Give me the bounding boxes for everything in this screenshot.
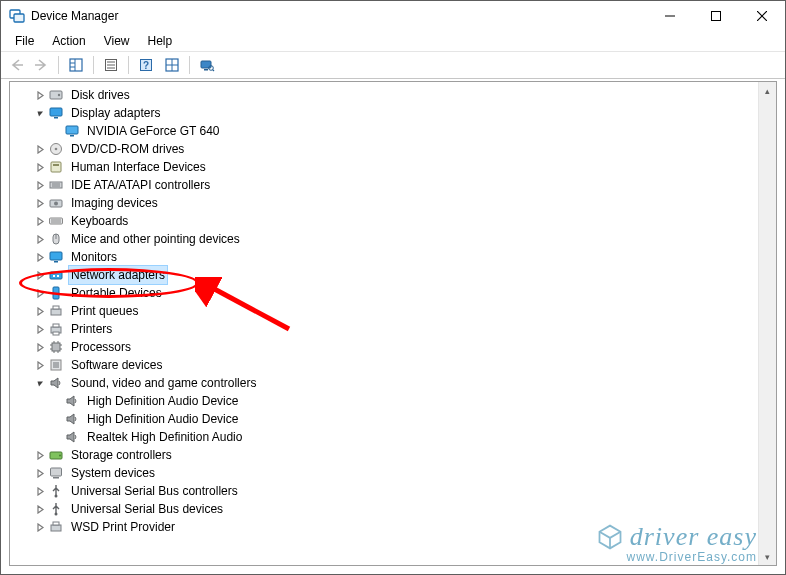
node-hda-1[interactable]: High Definition Audio Device (16, 392, 776, 410)
node-usb-controllers[interactable]: Universal Serial Bus controllers (16, 482, 776, 500)
tree-node-label: Keyboards (68, 211, 131, 231)
menu-view[interactable]: View (96, 32, 138, 50)
tree-expander-open[interactable] (32, 109, 48, 118)
tree-expander-closed[interactable] (32, 343, 48, 352)
svg-rect-3 (712, 12, 721, 21)
node-usb-devices[interactable]: Universal Serial Bus devices (16, 500, 776, 518)
tree-node-label: Mice and other pointing devices (68, 229, 243, 249)
node-wsd[interactable]: WSD Print Provider (16, 518, 776, 536)
storage-icon (48, 447, 64, 463)
tree-node-label: Storage controllers (68, 445, 175, 465)
network-icon (48, 267, 64, 283)
properties-button[interactable] (99, 53, 123, 77)
svg-line-22 (213, 70, 214, 71)
software-icon (48, 357, 64, 373)
svg-rect-45 (50, 272, 62, 279)
tree-expander-closed[interactable] (32, 235, 48, 244)
menu-file[interactable]: File (7, 32, 42, 50)
content-pane: Disk drivesDisplay adaptersNVIDIA GeForc… (9, 81, 777, 566)
tree-expander-open[interactable] (32, 379, 48, 388)
node-portable[interactable]: Portable Devices (16, 284, 776, 302)
tree-node-label: System devices (68, 463, 158, 483)
menu-help[interactable]: Help (140, 32, 181, 50)
nav-forward-button[interactable] (29, 53, 53, 77)
maximize-button[interactable] (693, 1, 739, 31)
show-hide-tree-button[interactable] (64, 53, 88, 77)
device-tree[interactable]: Disk drivesDisplay adaptersNVIDIA GeForc… (10, 82, 776, 565)
node-network-adapters[interactable]: Network adapters (16, 266, 776, 284)
node-nvidia-gt640[interactable]: NVIDIA GeForce GT 640 (16, 122, 776, 140)
sound-icon (48, 375, 64, 391)
ide-icon (48, 177, 64, 193)
help-button[interactable]: ? (134, 53, 158, 77)
printer-icon (48, 321, 64, 337)
scroll-up-button[interactable]: ▴ (759, 82, 776, 99)
tree-expander-closed[interactable] (32, 253, 48, 262)
toolbar: ? (1, 51, 785, 79)
node-realtek[interactable]: Realtek High Definition Audio (16, 428, 776, 446)
tree-expander-closed[interactable] (32, 289, 48, 298)
scan-hardware-button[interactable] (195, 53, 219, 77)
node-imaging[interactable]: Imaging devices (16, 194, 776, 212)
svg-point-66 (59, 455, 61, 457)
tree-node-label: DVD/CD-ROM drives (68, 139, 187, 159)
node-storage[interactable]: Storage controllers (16, 446, 776, 464)
svg-rect-46 (53, 275, 55, 277)
node-hda-2[interactable]: High Definition Audio Device (16, 410, 776, 428)
device-manager-window: Device Manager File Action View Help ? D… (0, 0, 786, 575)
node-printers[interactable]: Printers (16, 320, 776, 338)
close-button[interactable] (739, 1, 785, 31)
tree-node-label: Disk drives (68, 85, 133, 105)
svg-rect-20 (204, 69, 208, 71)
svg-rect-48 (53, 287, 59, 299)
svg-rect-44 (54, 261, 58, 263)
node-mice[interactable]: Mice and other pointing devices (16, 230, 776, 248)
sound-icon (64, 393, 80, 409)
tree-expander-closed[interactable] (32, 451, 48, 460)
tree-expander-closed[interactable] (32, 199, 48, 208)
tree-expander-closed[interactable] (32, 91, 48, 100)
node-keyboards[interactable]: Keyboards (16, 212, 776, 230)
node-software[interactable]: Software devices (16, 356, 776, 374)
tree-expander-closed[interactable] (32, 487, 48, 496)
svg-rect-27 (66, 126, 78, 134)
node-dvd[interactable]: DVD/CD-ROM drives (16, 140, 776, 158)
node-disk-drives[interactable]: Disk drives (16, 86, 776, 104)
node-print-queues[interactable]: Print queues (16, 302, 776, 320)
disk-icon (48, 87, 64, 103)
svg-rect-6 (70, 59, 82, 71)
tree-expander-closed[interactable] (32, 217, 48, 226)
tree-node-label: IDE ATA/ATAPI controllers (68, 175, 213, 195)
node-display-adapters[interactable]: Display adapters (16, 104, 776, 122)
tree-expander-closed[interactable] (32, 163, 48, 172)
nav-back-button[interactable] (5, 53, 29, 77)
tree-node-label: Realtek High Definition Audio (84, 427, 245, 447)
svg-rect-31 (51, 162, 61, 172)
node-system[interactable]: System devices (16, 464, 776, 482)
action-grid-button[interactable] (160, 53, 184, 77)
tree-expander-closed[interactable] (32, 307, 48, 316)
svg-rect-50 (53, 306, 59, 309)
tree-expander-closed[interactable] (32, 505, 48, 514)
tree-expander-closed[interactable] (32, 271, 48, 280)
vertical-scrollbar[interactable]: ▴ ▾ (758, 82, 776, 565)
usb-icon (48, 483, 64, 499)
display-icon (48, 105, 64, 121)
menu-action[interactable]: Action (44, 32, 93, 50)
tree-expander-closed[interactable] (32, 469, 48, 478)
node-hid[interactable]: Human Interface Devices (16, 158, 776, 176)
svg-rect-23 (50, 91, 62, 99)
mouse-icon (48, 231, 64, 247)
tree-expander-closed[interactable] (32, 361, 48, 370)
scroll-down-button[interactable]: ▾ (759, 548, 776, 565)
tree-expander-closed[interactable] (32, 523, 48, 532)
tree-node-label: Portable Devices (68, 283, 165, 303)
node-monitors[interactable]: Monitors (16, 248, 776, 266)
tree-expander-closed[interactable] (32, 145, 48, 154)
tree-expander-closed[interactable] (32, 325, 48, 334)
node-ide[interactable]: IDE ATA/ATAPI controllers (16, 176, 776, 194)
node-processors[interactable]: Processors (16, 338, 776, 356)
tree-expander-closed[interactable] (32, 181, 48, 190)
minimize-button[interactable] (647, 1, 693, 31)
node-sound[interactable]: Sound, video and game controllers (16, 374, 776, 392)
